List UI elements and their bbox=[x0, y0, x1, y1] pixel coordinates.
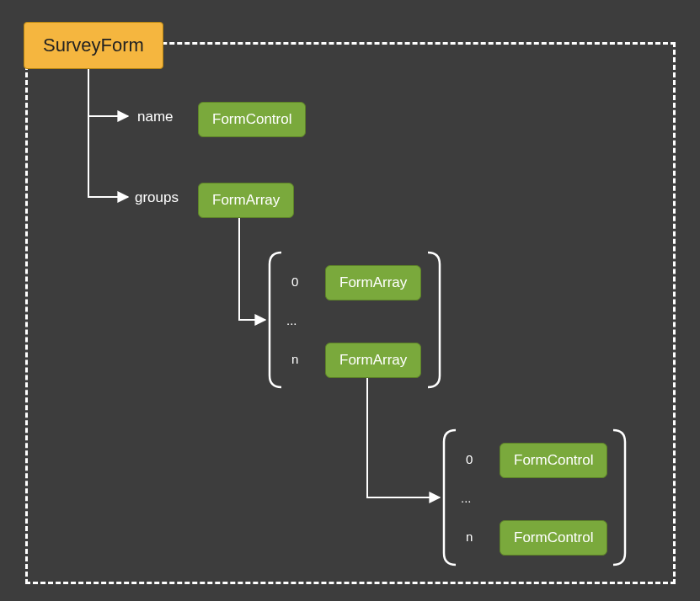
node-array2-item0: FormControl bbox=[500, 443, 607, 478]
diagram-canvas: SurveyForm name FormControl groups FormA… bbox=[0, 0, 700, 601]
node-array2-item0-label: FormControl bbox=[514, 452, 593, 468]
node-array1-itemN-label: FormArray bbox=[339, 352, 407, 368]
array2-index-n: n bbox=[466, 529, 473, 544]
node-surveyform-label: SurveyForm bbox=[43, 35, 144, 56]
node-array2-itemN: FormControl bbox=[500, 520, 607, 556]
node-array1-itemN: FormArray bbox=[325, 343, 421, 378]
array1-ellipsis: ... bbox=[286, 313, 297, 327]
node-groups-type: FormArray bbox=[198, 183, 294, 218]
node-name-type: FormControl bbox=[198, 102, 306, 137]
node-groups-type-label: FormArray bbox=[212, 192, 280, 208]
array2-ellipsis: ... bbox=[461, 491, 472, 505]
array1-index-n: n bbox=[291, 352, 298, 366]
node-surveyform: SurveyForm bbox=[24, 22, 163, 69]
array2-index-0: 0 bbox=[466, 452, 473, 466]
node-array1-item0-label: FormArray bbox=[339, 274, 407, 290]
container-dashed-box bbox=[25, 42, 676, 584]
array1-index-0: 0 bbox=[291, 274, 298, 289]
field-label-groups: groups bbox=[135, 189, 179, 206]
node-name-type-label: FormControl bbox=[212, 111, 291, 127]
field-label-name: name bbox=[137, 109, 174, 125]
node-array2-itemN-label: FormControl bbox=[514, 529, 593, 545]
node-array1-item0: FormArray bbox=[325, 265, 421, 300]
